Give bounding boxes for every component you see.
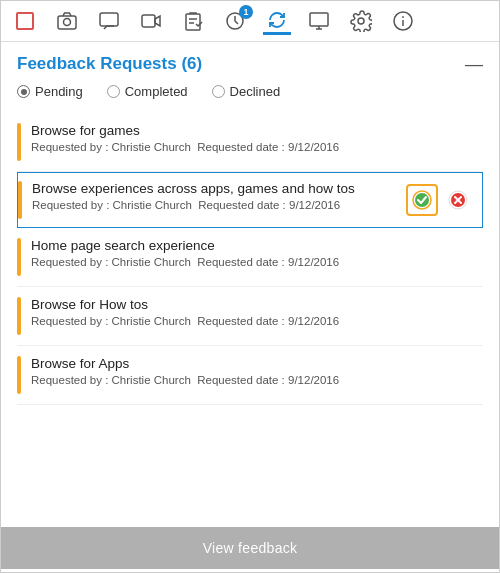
filter-row: Pending Completed Declined: [17, 84, 483, 99]
feedback-item[interactable]: Home page search experience Requested by…: [17, 228, 483, 287]
radio-pending: [17, 85, 30, 98]
item-left: Browse for Apps Requested by : Christie …: [17, 356, 475, 394]
svg-rect-5: [186, 14, 200, 30]
footer[interactable]: View feedback: [1, 527, 499, 569]
svg-point-2: [64, 19, 71, 26]
video-icon[interactable]: [137, 7, 165, 35]
clock-icon[interactable]: 1: [221, 7, 249, 35]
refresh-icon[interactable]: [263, 7, 291, 35]
item-text: Browse experiences across apps, games an…: [32, 181, 355, 219]
filter-completed-label: Completed: [125, 84, 188, 99]
radio-completed: [107, 85, 120, 98]
filter-completed[interactable]: Completed: [107, 84, 188, 99]
item-meta: Requested by : Christie Church Requested…: [31, 374, 339, 386]
square-icon[interactable]: [11, 7, 39, 35]
item-meta: Requested by : Christie Church Requested…: [31, 315, 339, 327]
item-left: Browse experiences across apps, games an…: [18, 181, 406, 219]
orange-bar: [17, 356, 21, 394]
item-title: Browse for games: [31, 123, 339, 138]
decline-button[interactable]: [442, 184, 474, 216]
feedback-list: Browse for games Requested by : Christie…: [17, 113, 483, 405]
clipboard-icon[interactable]: [179, 7, 207, 35]
page-title: Feedback Requests (6): [17, 54, 202, 74]
monitor-icon[interactable]: [305, 7, 333, 35]
filter-declined-label: Declined: [230, 84, 281, 99]
view-feedback-button[interactable]: View feedback: [13, 540, 487, 556]
item-title: Home page search experience: [31, 238, 339, 253]
filter-declined[interactable]: Declined: [212, 84, 281, 99]
item-left: Browse for games Requested by : Christie…: [17, 123, 475, 161]
radio-declined: [212, 85, 225, 98]
settings-icon[interactable]: [347, 7, 375, 35]
svg-point-11: [358, 18, 364, 24]
filter-pending-label: Pending: [35, 84, 83, 99]
svg-rect-9: [310, 13, 328, 26]
comment-icon[interactable]: [95, 7, 123, 35]
item-text: Browse for games Requested by : Christie…: [31, 123, 339, 161]
item-meta: Requested by : Christie Church Requested…: [32, 199, 355, 211]
item-title: Browse experiences across apps, games an…: [32, 181, 355, 196]
feedback-item[interactable]: Browse for Apps Requested by : Christie …: [17, 346, 483, 405]
item-meta: Requested by : Christie Church Requested…: [31, 256, 339, 268]
header-row: Feedback Requests (6) —: [17, 54, 483, 74]
orange-bar: [18, 181, 22, 219]
item-left: Browse for How tos Requested by : Christ…: [17, 297, 475, 335]
toolbar: 1: [1, 1, 499, 42]
svg-rect-0: [17, 13, 33, 29]
svg-rect-4: [142, 15, 155, 27]
info-icon[interactable]: [389, 7, 417, 35]
accept-button[interactable]: [406, 184, 438, 216]
feedback-item[interactable]: Browse for games Requested by : Christie…: [17, 113, 483, 172]
orange-bar: [17, 238, 21, 276]
svg-point-14: [403, 17, 404, 18]
action-icons: [406, 184, 474, 216]
orange-bar: [17, 123, 21, 161]
camera-icon[interactable]: [53, 7, 81, 35]
item-title: Browse for How tos: [31, 297, 339, 312]
item-text: Browse for Apps Requested by : Christie …: [31, 356, 339, 394]
minimize-button[interactable]: —: [465, 55, 483, 73]
item-text: Home page search experience Requested by…: [31, 238, 339, 276]
feedback-item[interactable]: Browse for How tos Requested by : Christ…: [17, 287, 483, 346]
orange-bar: [17, 297, 21, 335]
filter-pending[interactable]: Pending: [17, 84, 83, 99]
item-title: Browse for Apps: [31, 356, 339, 371]
main-content: Feedback Requests (6) — Pending Complete…: [1, 42, 499, 569]
item-text: Browse for How tos Requested by : Christ…: [31, 297, 339, 335]
clock-badge: 1: [239, 5, 253, 19]
item-left: Home page search experience Requested by…: [17, 238, 475, 276]
svg-rect-3: [100, 13, 118, 26]
item-meta: Requested by : Christie Church Requested…: [31, 141, 339, 153]
feedback-item[interactable]: Browse experiences across apps, games an…: [17, 172, 483, 228]
